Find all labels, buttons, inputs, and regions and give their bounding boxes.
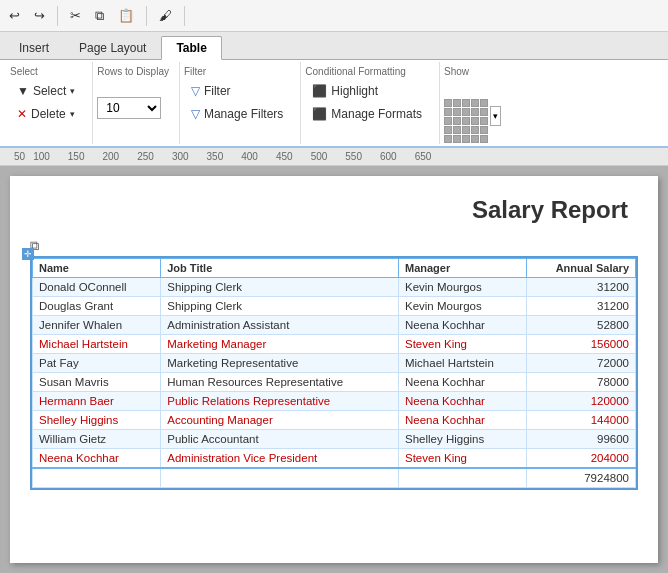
table-row: Jennifer WhalenAdministration AssistantN… [33,316,636,335]
grid-cell [453,135,461,143]
ruler-mark: 350 [207,151,224,162]
cell-name: Neena Kochhar [33,449,161,469]
highlight-button[interactable]: ⬛ Highlight [305,81,429,101]
cell-name: Jennifer Whalen [33,316,161,335]
ruler-mark: 300 [172,151,189,162]
filter-group-content: ▽ Filter ▽ Manage Filters [184,81,290,142]
cell-total: 7924800 [527,468,636,488]
cell-salary: 31200 [527,297,636,316]
ruler-mark: 550 [345,151,362,162]
tab-page-layout[interactable]: Page Layout [64,36,161,59]
ribbon-tabs: Insert Page Layout Table [0,32,668,60]
cell-salary: 31200 [527,278,636,297]
cell-name: Michael Hartstein [33,335,161,354]
cell-job: Administration Vice President [161,449,399,469]
cell-manager: Neena Kochhar [398,411,526,430]
select-dropdown-icon: ▾ [70,86,75,96]
cell-job: Public Relations Representative [161,392,399,411]
grid-cell [471,126,479,134]
cell-job: Shipping Clerk [161,297,399,316]
ruler-mark: 150 [68,151,85,162]
format-button[interactable]: 🖌 [154,5,177,26]
cell-manager: Steven King [398,449,526,469]
grid-cell [462,135,470,143]
filter-group-label: Filter [184,66,206,77]
report-title: Salary Report [30,196,638,224]
grid-cell [453,99,461,107]
cell-job: Shipping Clerk [161,278,399,297]
doc-area: Salary Report ⧉ ✛ Name Job Title Manager… [0,166,668,573]
redo-button[interactable]: ↪ [29,5,50,26]
cell-name: Douglas Grant [33,297,161,316]
grid-cell [480,99,488,107]
cell-manager: Neena Kochhar [398,373,526,392]
grid-cell [471,99,479,107]
cut-button[interactable]: ✂ [65,5,86,26]
col-header-salary: Annual Salary [527,259,636,278]
table-header-row: Name Job Title Manager Annual Salary [33,259,636,278]
highlight-icon: ⬛ [312,84,327,98]
select-group-content: ▼ Select ▾ ✕ Delete ▾ [10,81,82,142]
ruler-mark: 250 [137,151,154,162]
cell-job: Accounting Manager [161,411,399,430]
table-container: ✛ Name Job Title Manager Annual Salary D… [30,256,638,490]
copy-button[interactable]: ⧉ [90,5,109,27]
cell-name: Hermann Baer [33,392,161,411]
ruler: 50 100 150 200 250 300 350 400 450 500 5… [0,148,668,166]
col-header-manager: Manager [398,259,526,278]
cell-name: Pat Fay [33,354,161,373]
cell-total [398,468,526,488]
grid-cell [471,135,479,143]
show-group: Show [440,62,511,144]
ruler-inner: 50 100 150 200 250 300 350 400 450 500 5… [14,151,668,162]
ruler-mark: 50 [14,151,25,162]
manage-filters-button[interactable]: ▽ Manage Filters [184,104,290,124]
cell-manager: Kevin Mourgos [398,297,526,316]
data-table: Name Job Title Manager Annual Salary Don… [32,258,636,488]
cell-salary: 99600 [527,430,636,449]
rows-select-container: 5 10 15 20 All [97,97,161,119]
conditional-group: Conditional Formatting ⬛ Highlight ⬛ Man… [301,62,440,144]
filter-icon: ▽ [191,84,200,98]
show-group-label: Show [444,66,469,77]
cell-salary: 144000 [527,411,636,430]
grid-cell [444,108,452,116]
grid-cell [480,117,488,125]
conditional-group-content: ⬛ Highlight ⬛ Manage Formats [305,81,429,142]
cell-salary: 156000 [527,335,636,354]
cell-job: Administration Assistant [161,316,399,335]
select-group-label: Select [10,66,38,77]
filter-button[interactable]: ▽ Filter [184,81,290,101]
filter-group: Filter ▽ Filter ▽ Manage Filters [180,62,301,144]
table-row: Hermann BaerPublic Relations Representat… [33,392,636,411]
table-total-row: 7924800 [33,468,636,488]
select-icon: ▼ [17,84,29,98]
separator-1 [57,6,58,26]
cell-manager: Neena Kochhar [398,392,526,411]
select-group: Select ▼ Select ▾ ✕ Delete ▾ [6,62,93,144]
rows-select[interactable]: 5 10 15 20 All [97,97,161,119]
table-row: Douglas GrantShipping ClerkKevin Mourgos… [33,297,636,316]
grid-cell [471,117,479,125]
delete-icon: ✕ [17,107,27,121]
manage-formats-button[interactable]: ⬛ Manage Formats [305,104,429,124]
show-dropdown-button[interactable]: ▾ [490,106,501,126]
doc-page: Salary Report ⧉ ✛ Name Job Title Manager… [10,176,658,563]
tab-insert[interactable]: Insert [4,36,64,59]
rows-group-label: Rows to Display [97,66,169,77]
grid-cell [462,108,470,116]
col-header-job: Job Title [161,259,399,278]
table-move-handle[interactable]: ✛ [22,248,34,260]
delete-button[interactable]: ✕ Delete ▾ [10,104,82,124]
cell-manager: Michael Hartstein [398,354,526,373]
show-grid[interactable] [444,99,488,143]
cell-manager: Shelley Higgins [398,430,526,449]
undo-button[interactable]: ↩ [4,5,25,26]
cell-name: William Gietz [33,430,161,449]
cell-job: Marketing Manager [161,335,399,354]
paste-button[interactable]: 📋 [113,5,139,26]
cell-manager: Steven King [398,335,526,354]
ribbon-panel: Select ▼ Select ▾ ✕ Delete ▾ Rows to Dis… [0,60,668,148]
tab-table[interactable]: Table [161,36,221,60]
select-button[interactable]: ▼ Select ▾ [10,81,82,101]
